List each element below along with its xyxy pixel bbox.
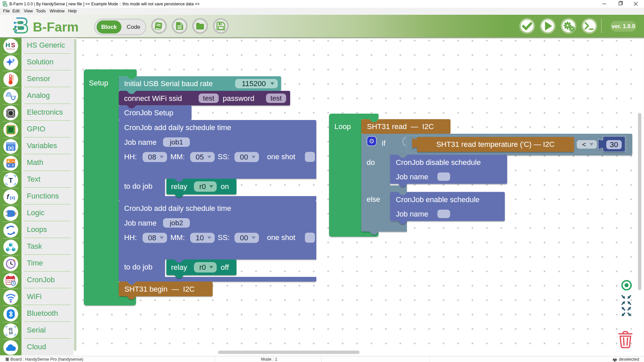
svg-text:10: 10 xyxy=(9,331,13,335)
svg-text:ver. 1.0.0: ver. 1.0.0 xyxy=(612,23,635,29)
svg-text:−: − xyxy=(12,159,14,163)
svg-text:S: S xyxy=(11,42,15,49)
svg-text:+: + xyxy=(7,159,9,163)
svg-text:T: T xyxy=(9,176,13,184)
svg-text:HandySense: HandySense xyxy=(6,48,15,50)
svg-text:f: f xyxy=(7,193,10,200)
svg-text:(x): (x) xyxy=(8,145,13,150)
svg-text:(x): (x) xyxy=(10,195,15,200)
svg-text:×: × xyxy=(7,163,9,167)
svg-text:=: = xyxy=(12,163,14,167)
svg-text:H: H xyxy=(5,42,10,49)
